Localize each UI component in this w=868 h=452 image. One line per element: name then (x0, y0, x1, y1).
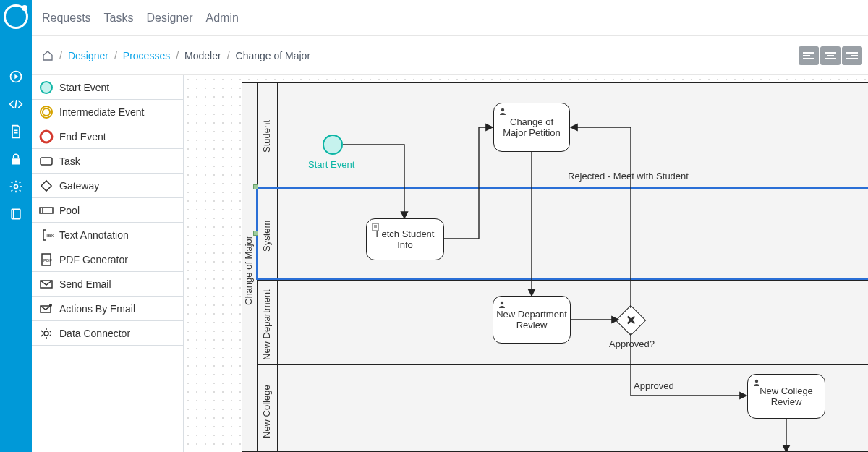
left-icon-strip (0, 0, 32, 452)
crumb-designer[interactable]: Designer (68, 50, 109, 61)
palette-gateway[interactable]: Gateway (32, 174, 183, 198)
align-right-button[interactable] (842, 46, 862, 65)
nav-tasks[interactable]: Tasks (104, 12, 134, 25)
svg-marker-1 (14, 74, 18, 80)
svg-rect-24 (40, 208, 53, 213)
pdf-icon: PDF (39, 252, 54, 267)
svg-point-32 (44, 331, 48, 336)
logo-icon[interactable] (4, 4, 28, 29)
bpmn-palette: Start Event Intermediate Event End Event… (32, 75, 184, 452)
lock-icon[interactable] (9, 152, 23, 166)
node-fetch-student-info[interactable]: Fetch Student Info (366, 218, 444, 260)
play-icon[interactable] (9, 69, 23, 84)
gear-icon[interactable] (9, 179, 23, 194)
svg-text:PDF: PDF (43, 258, 52, 263)
document-icon[interactable] (9, 124, 23, 139)
palette-start-event[interactable]: Start Event (32, 75, 183, 100)
svg-rect-13 (827, 55, 834, 56)
palette-text-annotation[interactable]: Text Text Annotation (32, 223, 183, 247)
svg-rect-16 (851, 55, 858, 56)
breadcrumb: / Designer / Processes / Modeler / Chang… (32, 36, 868, 75)
pool-icon (39, 203, 54, 218)
svg-text:Text: Text (46, 233, 54, 238)
lane-divider-2 (258, 280, 868, 281)
svg-rect-5 (12, 158, 20, 164)
lane-label-new-department: New Department (261, 289, 272, 361)
lane-label-system: System (261, 216, 272, 256)
intermediate-event-icon (39, 105, 54, 119)
svg-rect-10 (803, 55, 810, 56)
selection-handle[interactable] (253, 184, 258, 189)
palette-send-email[interactable]: Send Email (32, 272, 183, 297)
gateway-label: Approved? (609, 338, 655, 349)
start-event-icon (39, 80, 54, 95)
nav-admin[interactable]: Admin (206, 12, 239, 25)
user-task-icon (498, 107, 507, 116)
palette-pool[interactable]: Pool (32, 198, 183, 223)
edge-label-rejected: Rejected - Meet with Student (568, 171, 689, 182)
palette-intermediate-event[interactable]: Intermediate Event (32, 100, 183, 124)
svg-rect-17 (846, 58, 858, 59)
align-tools (799, 46, 862, 65)
breadcrumb-sep: / (59, 50, 62, 61)
svg-point-21 (41, 131, 52, 142)
node-start-event[interactable] (323, 135, 343, 155)
svg-rect-23 (41, 180, 51, 190)
svg-point-37 (501, 302, 503, 304)
svg-rect-15 (846, 52, 858, 54)
svg-rect-11 (803, 58, 814, 59)
svg-rect-12 (825, 52, 836, 54)
svg-rect-22 (41, 158, 52, 165)
palette-data-connector[interactable]: Data Connector (32, 321, 183, 346)
bpmn-canvas[interactable]: Change of Major Student System New Depar… (184, 75, 868, 452)
svg-rect-14 (825, 58, 836, 59)
selection-handle[interactable] (253, 231, 258, 236)
task-icon (39, 154, 54, 169)
text-annotation-icon: Text (39, 228, 54, 242)
lane-label-student: Student (261, 115, 272, 158)
palette-task[interactable]: Task (32, 149, 183, 174)
palette-actions-by-email[interactable]: Actions By Email (32, 297, 183, 321)
home-icon[interactable] (42, 50, 54, 61)
svg-line-2 (15, 100, 17, 108)
email-icon (39, 277, 54, 291)
top-nav: Requests Tasks Designer Admin (32, 0, 868, 36)
palette-end-event[interactable]: End Event (32, 124, 183, 149)
svg-point-33 (501, 108, 504, 111)
node-start-event-label: Start Event (308, 159, 354, 170)
script-task-icon (371, 223, 380, 231)
lane-label-new-college: New College (261, 379, 272, 444)
end-event-icon (39, 129, 54, 144)
crumb-modeler: Modeler (184, 50, 221, 61)
gateway-icon (39, 179, 54, 193)
node-change-of-major-petition[interactable]: Change of Major Petition (493, 103, 570, 152)
align-center-button[interactable] (820, 46, 841, 65)
svg-point-20 (43, 108, 50, 116)
pool-label: Change of Major (243, 220, 254, 321)
lane-divider-1 (258, 187, 868, 188)
svg-point-31 (49, 304, 52, 307)
data-connector-icon (39, 326, 54, 341)
user-task-icon (498, 300, 506, 309)
book-icon[interactable] (9, 207, 23, 221)
node-new-department-review[interactable]: New Department Review (493, 296, 571, 344)
svg-rect-9 (803, 52, 814, 54)
nav-requests[interactable]: Requests (42, 12, 91, 25)
crumb-current: Change of Major (236, 50, 311, 61)
palette-pdf-generator[interactable]: PDF PDF Generator (32, 247, 183, 272)
actions-email-icon (39, 302, 54, 316)
code-icon[interactable] (9, 97, 23, 111)
crumb-processes[interactable]: Processes (123, 50, 170, 61)
node-new-college-review[interactable]: New College Review (747, 374, 825, 419)
lane-divider-3 (258, 364, 868, 365)
svg-point-18 (41, 82, 52, 93)
svg-point-38 (755, 380, 758, 383)
nav-designer[interactable]: Designer (147, 12, 193, 25)
align-left-button[interactable] (799, 46, 819, 65)
edge-label-approved: Approved (634, 380, 674, 391)
user-task-icon (752, 378, 761, 387)
svg-point-6 (14, 185, 18, 189)
